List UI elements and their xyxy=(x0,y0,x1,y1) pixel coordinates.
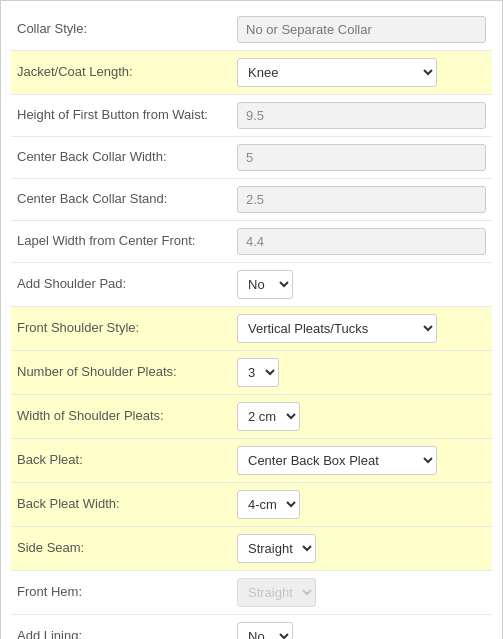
control-collar-style[interactable] xyxy=(237,16,486,43)
label-width-shoulder-pleats: Width of Shoulder Pleats: xyxy=(17,408,237,425)
form-row-height-first-button: Height of First Button from Waist: xyxy=(11,95,492,137)
select-add-lining[interactable]: NoYes xyxy=(237,622,293,639)
label-jacket-coat-length: Jacket/Coat Length: xyxy=(17,64,237,81)
form-row-side-seam: Side Seam:StraightCurvedFitted xyxy=(11,527,492,571)
select-front-hem: StraightCurved xyxy=(237,578,316,607)
form-row-jacket-coat-length: Jacket/Coat Length:KneeShortLongHip xyxy=(11,51,492,95)
label-lapel-width: Lapel Width from Center Front: xyxy=(17,233,237,250)
control-width-shoulder-pleats[interactable]: 1 cm2 cm3 cm xyxy=(237,402,486,431)
select-number-shoulder-pleats[interactable]: 1234 xyxy=(237,358,279,387)
form-row-add-lining: Add Lining:NoYes xyxy=(11,615,492,639)
form-container: Collar Style:Jacket/Coat Length:KneeShor… xyxy=(0,0,503,639)
select-add-shoulder-pad[interactable]: NoYes xyxy=(237,270,293,299)
select-jacket-coat-length[interactable]: KneeShortLongHip xyxy=(237,58,437,87)
input-center-back-collar-stand xyxy=(237,186,486,213)
input-collar-style xyxy=(237,16,486,43)
control-center-back-collar-stand[interactable] xyxy=(237,186,486,213)
label-add-lining: Add Lining: xyxy=(17,628,237,639)
label-add-shoulder-pad: Add Shoulder Pad: xyxy=(17,276,237,293)
input-center-back-collar-width xyxy=(237,144,486,171)
form-row-width-shoulder-pleats: Width of Shoulder Pleats:1 cm2 cm3 cm xyxy=(11,395,492,439)
control-add-shoulder-pad[interactable]: NoYes xyxy=(237,270,486,299)
form-row-back-pleat: Back Pleat:Center Back Box PleatNoneSide… xyxy=(11,439,492,483)
label-side-seam: Side Seam: xyxy=(17,540,237,557)
form-row-back-pleat-width: Back Pleat Width:2-cm3-cm4-cm5-cm xyxy=(11,483,492,527)
form-row-center-back-collar-stand: Center Back Collar Stand: xyxy=(11,179,492,221)
form-row-number-shoulder-pleats: Number of Shoulder Pleats:1234 xyxy=(11,351,492,395)
label-number-shoulder-pleats: Number of Shoulder Pleats: xyxy=(17,364,237,381)
control-back-pleat-width[interactable]: 2-cm3-cm4-cm5-cm xyxy=(237,490,486,519)
label-back-pleat-width: Back Pleat Width: xyxy=(17,496,237,513)
select-side-seam[interactable]: StraightCurvedFitted xyxy=(237,534,316,563)
label-front-hem: Front Hem: xyxy=(17,584,237,601)
control-jacket-coat-length[interactable]: KneeShortLongHip xyxy=(237,58,486,87)
select-back-pleat-width[interactable]: 2-cm3-cm4-cm5-cm xyxy=(237,490,300,519)
form-row-center-back-collar-width: Center Back Collar Width: xyxy=(11,137,492,179)
label-collar-style: Collar Style: xyxy=(17,21,237,38)
select-width-shoulder-pleats[interactable]: 1 cm2 cm3 cm xyxy=(237,402,300,431)
control-back-pleat[interactable]: Center Back Box PleatNoneSide Pleats xyxy=(237,446,486,475)
input-lapel-width xyxy=(237,228,486,255)
form-row-front-hem: Front Hem:StraightCurved xyxy=(11,571,492,615)
label-front-shoulder-style: Front Shoulder Style: xyxy=(17,320,237,337)
control-lapel-width[interactable] xyxy=(237,228,486,255)
label-back-pleat: Back Pleat: xyxy=(17,452,237,469)
select-back-pleat[interactable]: Center Back Box PleatNoneSide Pleats xyxy=(237,446,437,475)
input-height-first-button xyxy=(237,102,486,129)
control-front-shoulder-style[interactable]: Vertical Pleats/TucksNoneHorizontal Plea… xyxy=(237,314,486,343)
control-add-lining[interactable]: NoYes xyxy=(237,622,486,639)
control-center-back-collar-width[interactable] xyxy=(237,144,486,171)
form-row-lapel-width: Lapel Width from Center Front: xyxy=(11,221,492,263)
form-row-add-shoulder-pad: Add Shoulder Pad:NoYes xyxy=(11,263,492,307)
label-center-back-collar-width: Center Back Collar Width: xyxy=(17,149,237,166)
label-center-back-collar-stand: Center Back Collar Stand: xyxy=(17,191,237,208)
control-side-seam[interactable]: StraightCurvedFitted xyxy=(237,534,486,563)
form-row-collar-style: Collar Style: xyxy=(11,9,492,51)
form-row-front-shoulder-style: Front Shoulder Style:Vertical Pleats/Tuc… xyxy=(11,307,492,351)
label-height-first-button: Height of First Button from Waist: xyxy=(17,107,237,124)
select-front-shoulder-style[interactable]: Vertical Pleats/TucksNoneHorizontal Plea… xyxy=(237,314,437,343)
control-front-hem[interactable]: StraightCurved xyxy=(237,578,486,607)
control-height-first-button[interactable] xyxy=(237,102,486,129)
control-number-shoulder-pleats[interactable]: 1234 xyxy=(237,358,486,387)
